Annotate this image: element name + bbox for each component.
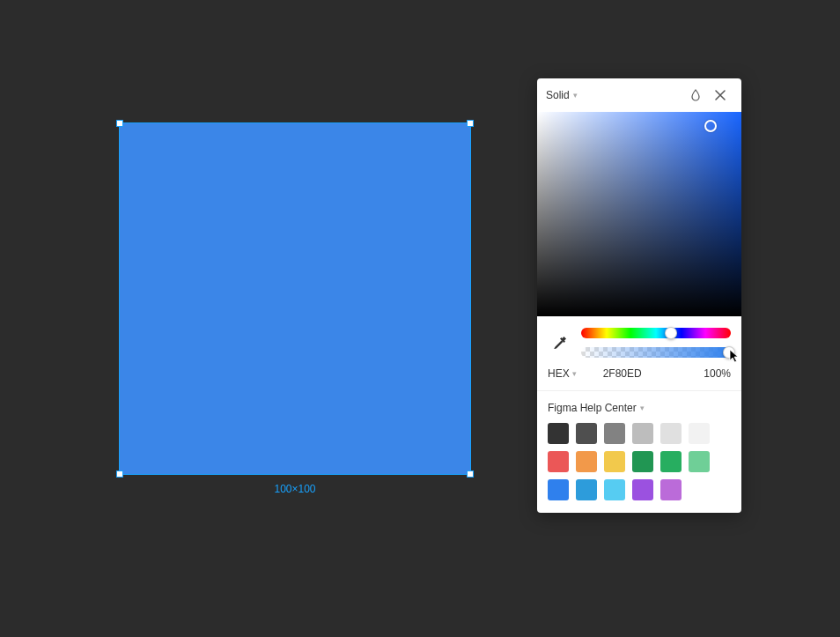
color-model-label: HEX	[548, 367, 570, 380]
swatch-9[interactable]	[632, 451, 653, 472]
color-library-label: Figma Help Center	[548, 402, 637, 414]
swatch-10[interactable]	[660, 451, 682, 472]
swatch-5[interactable]	[689, 423, 710, 444]
sv-handle[interactable]	[704, 120, 717, 132]
swatch-15[interactable]	[632, 479, 653, 500]
swatch-16[interactable]	[660, 479, 682, 500]
selection-size-label: 100×100	[274, 483, 315, 495]
swatch-13[interactable]	[576, 479, 597, 500]
eyedropper-button[interactable]	[548, 325, 572, 360]
opacity-input[interactable]: 100%	[696, 367, 731, 380]
resize-handle-top-left[interactable]	[116, 120, 123, 127]
chevron-down-icon: ▾	[573, 91, 578, 100]
chevron-down-icon: ▾	[640, 404, 645, 412]
close-icon	[715, 90, 726, 100]
swatch-grid	[537, 423, 741, 513]
hue-slider-handle[interactable]	[665, 327, 677, 339]
swatch-7[interactable]	[576, 451, 597, 472]
slider-row	[537, 316, 741, 366]
swatch-6[interactable]	[548, 451, 569, 472]
eyedropper-icon	[552, 335, 568, 351]
color-picker-header: Solid ▾	[537, 78, 741, 112]
fill-type-dropdown[interactable]: Solid ▾	[546, 89, 578, 101]
droplet-icon	[689, 89, 702, 101]
swatch-1[interactable]	[576, 423, 597, 444]
color-model-dropdown[interactable]: HEX ▾	[548, 367, 577, 380]
hue-slider[interactable]	[581, 328, 731, 338]
color-library-dropdown[interactable]: Figma Help Center ▾	[537, 391, 741, 423]
resize-handle-top-right[interactable]	[467, 120, 474, 127]
blend-mode-button[interactable]	[683, 83, 708, 107]
swatch-4[interactable]	[660, 423, 682, 444]
alpha-slider[interactable]	[581, 347, 731, 358]
saturation-value-field[interactable]	[537, 112, 741, 316]
swatch-11[interactable]	[689, 451, 710, 472]
swatch-12[interactable]	[548, 479, 569, 500]
swatch-3[interactable]	[632, 423, 653, 444]
resize-handle-bottom-right[interactable]	[467, 470, 474, 478]
swatch-14[interactable]	[604, 479, 625, 500]
fill-type-label: Solid	[546, 89, 570, 101]
color-value-row: HEX ▾ 2F80ED 100%	[537, 366, 741, 390]
hex-input[interactable]: 2F80ED	[582, 367, 690, 380]
swatch-2[interactable]	[604, 423, 625, 444]
chevron-down-icon: ▾	[572, 369, 577, 378]
close-button[interactable]	[708, 83, 733, 107]
swatch-0[interactable]	[548, 423, 569, 444]
color-picker-panel: Solid ▾	[537, 78, 741, 513]
swatch-8[interactable]	[604, 451, 625, 472]
canvas-selected-rectangle[interactable]: 100×100	[119, 122, 471, 475]
resize-handle-bottom-left[interactable]	[116, 470, 123, 478]
alpha-slider-handle[interactable]	[723, 346, 735, 359]
